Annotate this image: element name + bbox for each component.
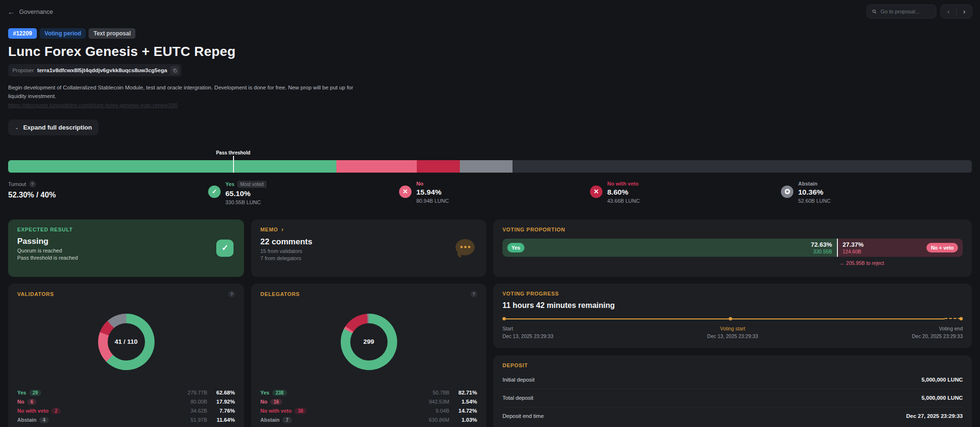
abstain-count-badge: 7 [282,417,292,423]
proportion-yes-segment: Yes 72.63% 330.55B [502,239,837,257]
no-count-badge: 16 [270,399,282,405]
legend-row-veto: No with veto 38 9.04B 14.72% [260,406,477,416]
expand-description-button[interactable]: ⌄ Expand full description [8,120,99,135]
expand-label: Expand full description [23,124,92,131]
legend-row-abstain: Abstain 7 630.86M 1.03% [260,416,477,425]
validators-legend: Yes 29 279.77B 62.68% No 6 80.00B 17.92%… [17,388,235,425]
veto-count-badge: 2 [51,408,61,414]
validator-comments: 15 from validators [260,248,477,254]
pass-threshold-marker [233,156,234,173]
time-remaining: 11 hours 42 minutes remaining [502,301,963,310]
proportion-no-segment: 27.37% 124.60B No + veto [838,239,963,257]
proposal-title: Lunc Forex Genesis + EUTC Repeg [8,44,972,59]
proposal-badges: #12209 Voting period Text proposal [8,28,972,39]
veto-stat: ✕ No with veto 8.60% 43.66B LUNC [590,181,781,205]
validators-count: 41 / 110 [98,314,155,370]
timeline-end-dot [959,317,963,320]
veto-count-badge: 38 [294,408,306,414]
no-label: No [416,181,423,186]
expected-result-heading: EXPECTED RESULT [17,227,235,232]
proposal-pager: ‹ › [940,4,972,19]
proportion-no-amount: 124.60B [843,249,864,254]
turnout-help-icon[interactable]: ? [29,181,36,187]
tally-bar-section: Pass threshold [8,160,972,173]
validators-heading: VALIDATORS [17,291,54,297]
expected-result-card: EXPECTED RESULT Passing Quorum is reache… [8,219,244,277]
veto-amount: 43.66B LUNC [607,198,640,204]
main-content: #12209 Voting period Text proposal Lunc … [0,28,980,427]
copy-icon [173,68,177,73]
timeline-remaining-line [945,318,961,319]
no-x-icon: ✕ [399,186,412,198]
voting-progress-heading: VOTING PROGRESS [502,291,963,296]
summary-cards-row: EXPECTED RESULT Passing Quorum is reache… [8,219,972,277]
to-reject-note: ← 205.95B to reject [840,260,884,266]
voting-progress-card: VOTING PROGRESS 11 hours 42 minutes rema… [493,284,972,348]
most-voted-badge: Most voted [237,181,267,188]
abstain-label: Abstain [798,181,817,186]
delegators-donut-chart: 299 [341,314,397,370]
detail-cards-row: VALIDATORS ? 41 / 110 Yes 29 279.77B 62.… [8,284,972,427]
description-link[interactable]: https://discourse.luncgoblins.com/t/lunc… [8,101,361,110]
initial-deposit-row: Initial deposit 5,000,000 LUNC [502,371,963,389]
proposer-label: Proposer [12,67,34,73]
pass-threshold-label: Pass threshold [216,150,250,155]
next-proposal-button[interactable]: › [957,5,972,18]
yes-stat: ✓ Yes Most voted 65.10% 330.55B LUNC [208,181,399,205]
deposit-heading: DEPOSIT [502,362,963,368]
proposer-address: terra1v8dfcwx8l5jt4qddjv6gvkk8uqcs8uw3cg… [37,67,167,73]
back-to-governance[interactable]: ← Governance [8,8,53,15]
quorum-reached-line: Quorum is reached [17,248,235,253]
validators-card: VALIDATORS ? 41 / 110 Yes 29 279.77B 62.… [8,284,244,427]
delegators-legend: Yes 238 50.78B 82.71% No 16 942.53M 1.54… [260,388,477,425]
vote-stats-row: Turnout ? 52.30% / 40% ✓ Yes Most voted … [8,181,972,205]
delegators-count: 299 [341,314,397,370]
turnout-label: Turnout [8,181,26,187]
yes-count-badge: 238 [272,390,287,396]
veto-x-icon: ✕ [590,186,602,198]
top-right-controls: ‹ › [867,4,972,19]
timeline-elapsed-line [502,318,945,319]
abstain-amount: 52.60B LUNC [798,198,831,204]
proposal-search[interactable] [867,4,936,19]
no-veto-pill: No + veto [926,243,958,252]
vote-tally-bar [8,160,972,173]
copy-address-button[interactable] [170,66,179,75]
timeline-start-label: Start Dec 13, 2025 23:29:33 [502,325,553,340]
no-count-badge: 6 [27,399,37,405]
top-bar: ← Governance ‹ › [0,0,980,21]
no-amount: 80.94B LUNC [416,198,449,204]
legend-row-yes: Yes 29 279.77B 62.68% [17,388,235,397]
delegators-help-icon[interactable]: ? [470,291,477,297]
chevron-right-icon: › [281,226,283,233]
voting-period-badge: Voting period [40,28,86,39]
legend-row-no: No 6 80.00B 17.92% [17,397,235,406]
right-column: VOTING PROGRESS 11 hours 42 minutes rema… [493,284,972,427]
tally-segment-abstain [460,160,512,173]
passing-check-icon: ✓ [216,240,234,257]
search-input[interactable] [880,9,931,14]
no-pct: 15.94% [416,188,449,197]
proposal-type-badge: Text proposal [89,28,135,39]
timeline-start-dot [502,317,506,320]
chevron-down-icon: ⌄ [15,125,19,130]
abstain-ring-icon [781,186,793,198]
delegator-comments: 7 from delegators [260,255,477,261]
abstain-pct: 10.36% [798,188,831,197]
timeline-voting-end-label: Voting end Dec 20, 2025 23:29:33 [912,325,963,340]
validators-help-icon[interactable]: ? [228,291,235,297]
memo-card[interactable]: MEMO › 22 comments 15 from validators 7 … [251,219,486,277]
proportion-yes-pct: 72.63% [811,241,832,248]
abstain-stat: Abstain 10.36% 52.60B LUNC [781,181,972,205]
tally-segment-yes [8,160,336,173]
yes-count-badge: 29 [29,390,41,396]
yes-pill: Yes [507,243,524,252]
voting-proportion-card: VOTING PROPORTION Yes 72.63% 330.55B 27.… [493,219,972,277]
proportion-bar: Yes 72.63% 330.55B 27.37% 124.60B No + v… [502,239,963,257]
deposit-end-time-row: Deposit end time Dec 27, 2025 23:29:33 [502,407,963,425]
no-stat: ✕ No 15.94% 80.94B LUNC [399,181,590,205]
tally-segment-no [336,160,417,173]
prev-proposal-button[interactable]: ‹ [941,5,956,18]
memo-heading: MEMO [260,227,278,232]
legend-row-yes: Yes 238 50.78B 82.71% [260,388,477,397]
